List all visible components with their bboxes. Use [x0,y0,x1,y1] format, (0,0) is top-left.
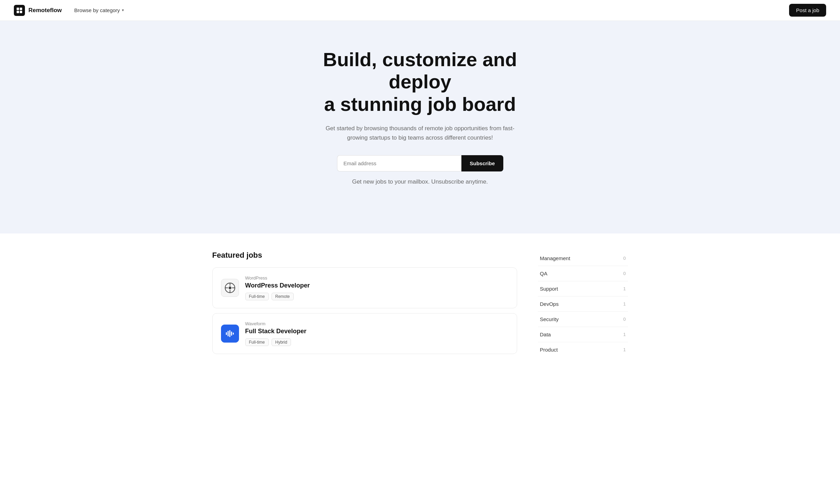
job-title: Full Stack Developer [245,328,509,335]
category-item[interactable]: Security 0 [538,312,628,327]
job-tags: Full-time Hybrid [245,338,509,346]
job-tag: Full-time [245,338,269,346]
navbar-left: Remoteflow Browse by category ▾ [14,5,127,16]
category-item[interactable]: Product 1 [538,342,628,357]
category-count: 1 [623,332,626,337]
hero-headline-line1: Build, customize and deploy [323,48,517,92]
job-logo-waveform [221,325,239,343]
categories-sidebar: Management 0 QA 0 Support 1 DevOps 1 Sec… [538,251,628,357]
svg-rect-11 [228,331,229,336]
category-name: Management [540,255,571,261]
subscribe-button[interactable]: Subscribe [461,155,503,171]
svg-rect-12 [229,330,230,337]
svg-rect-0 [17,8,19,10]
featured-jobs-title: Featured jobs [212,251,517,260]
svg-rect-3 [20,11,22,13]
job-tag: Remote [272,293,294,300]
category-name: DevOps [540,301,559,307]
chevron-down-icon: ▾ [122,8,124,12]
hero-subtext: Get started by browsing thousands of rem… [320,124,521,142]
logo[interactable]: Remoteflow [14,5,62,16]
category-item[interactable]: Management 0 [538,251,628,266]
job-card[interactable]: Waveform Full Stack Developer Full-time … [212,313,517,354]
job-card[interactable]: WordPress WordPress Developer Full-time … [212,267,517,308]
svg-rect-14 [233,333,234,335]
category-count: 0 [623,271,626,276]
main-content: Featured jobs WordPress WordPress Develo… [198,233,642,380]
category-name: Support [540,286,558,292]
category-count: 0 [623,317,626,322]
category-name: Product [540,347,558,353]
hero-headline-line2: a stunning job board [324,93,516,115]
browse-category-button[interactable]: Browse by category ▾ [71,5,127,15]
browse-category-label: Browse by category [74,7,120,13]
navbar: Remoteflow Browse by category ▾ Post a j… [0,0,840,21]
category-name: QA [540,271,548,276]
category-item[interactable]: DevOps 1 [538,297,628,312]
job-title: WordPress Developer [245,282,509,289]
logo-text: Remoteflow [28,7,62,14]
post-job-button[interactable]: Post a job [789,4,826,17]
category-name: Data [540,331,551,337]
hero-section: Build, customize and deploy a stunning j… [0,21,840,233]
category-item[interactable]: Support 1 [538,281,628,297]
job-company: Waveform [245,321,509,326]
waveform-icon [225,329,235,338]
category-count: 0 [623,256,626,261]
subscribe-hint: Get new jobs to your mailbox. Unsubscrib… [320,177,521,186]
featured-jobs-section: Featured jobs WordPress WordPress Develo… [212,251,517,359]
svg-rect-13 [231,331,232,336]
job-info: Waveform Full Stack Developer Full-time … [245,321,509,346]
category-item[interactable]: Data 1 [538,327,628,342]
svg-rect-2 [17,11,19,13]
wordpress-icon [224,282,236,293]
svg-rect-10 [226,332,227,335]
subscribe-form: Subscribe [337,155,503,171]
category-name: Security [540,316,559,322]
job-company: WordPress [245,275,509,281]
category-item[interactable]: QA 0 [538,266,628,281]
email-input[interactable] [337,155,461,171]
svg-rect-1 [20,8,22,10]
svg-point-5 [229,286,231,289]
job-tags: Full-time Remote [245,293,509,300]
job-logo-wordpress [221,279,239,297]
category-count: 1 [623,347,626,352]
hero-headline: Build, customize and deploy a stunning j… [299,48,541,115]
logo-icon [14,5,25,16]
job-tag: Full-time [245,293,269,300]
category-count: 1 [623,301,626,307]
logo-svg [16,7,23,14]
category-count: 1 [623,286,626,291]
job-info: WordPress WordPress Developer Full-time … [245,275,509,300]
job-tag: Hybrid [272,338,291,346]
